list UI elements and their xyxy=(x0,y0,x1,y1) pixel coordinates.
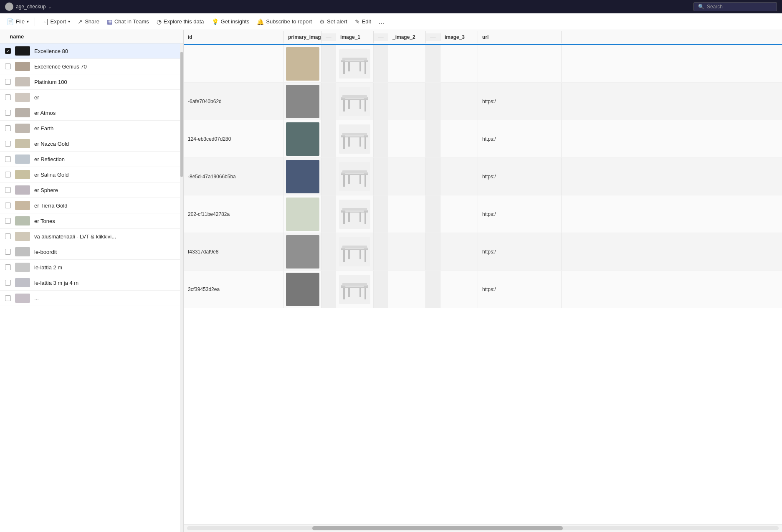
search-icon: 🔍 xyxy=(698,4,704,10)
list-item[interactable]: le-boordit xyxy=(0,244,180,260)
chat-teams-button[interactable]: ▦ Chat in Teams xyxy=(104,16,152,27)
list-item[interactable]: Excellence Genius 70 xyxy=(0,59,180,74)
cell-primary-image xyxy=(284,158,321,195)
list-item[interactable]: er xyxy=(0,90,180,105)
cell-image1 xyxy=(336,83,374,120)
list-item-checkbox[interactable] xyxy=(5,172,11,177)
cell-image2 xyxy=(388,195,426,233)
list-item-checkbox[interactable] xyxy=(5,280,11,286)
more-options-button[interactable]: ... xyxy=(375,16,387,27)
list-item[interactable]: er Tones xyxy=(0,213,180,229)
cell-url: https:/ xyxy=(478,83,562,120)
export-button[interactable]: →| Export ▾ xyxy=(38,16,73,27)
insights-icon: 💡 xyxy=(212,18,219,25)
svg-rect-44 xyxy=(348,250,350,259)
list-item[interactable]: er Salina Gold xyxy=(0,167,180,182)
table-row[interactable]: f43317daf9e8 https:/ xyxy=(184,233,782,271)
list-item-label: er xyxy=(34,94,175,101)
table-row[interactable]: 202-cf11be42782a https:/ xyxy=(184,195,782,233)
cell-image2 xyxy=(388,158,426,195)
col-gap3-pill xyxy=(430,37,436,38)
list-item[interactable]: er Nazca Gold xyxy=(0,136,180,152)
svg-rect-39 xyxy=(342,208,367,210)
table-row[interactable]: -6afe7040b62d https:/ xyxy=(184,83,782,120)
list-item-checkbox[interactable] xyxy=(5,110,11,116)
share-button[interactable]: ↗ Share xyxy=(74,16,103,27)
cell-url: https:/ xyxy=(478,233,562,270)
list-item[interactable]: er Sphere xyxy=(0,182,180,198)
list-item[interactable]: va alusmateriaali - LVT & klikkivi... xyxy=(0,229,180,244)
list-item-swatch xyxy=(15,170,30,179)
list-item-checkbox[interactable] xyxy=(5,203,11,208)
list-item-checkbox[interactable] xyxy=(5,187,11,193)
table-row[interactable]: 124-eb3ced07d280 https:/ xyxy=(184,120,782,158)
list-item[interactable]: le-lattia 2 m xyxy=(0,260,180,275)
subscribe-button[interactable]: 🔔 Subscribe to report xyxy=(253,16,315,27)
list-item-label: Excellence 80 xyxy=(34,48,175,54)
list-item[interactable]: er Atmos xyxy=(0,105,180,121)
list-item-checkbox[interactable]: ✓ xyxy=(5,48,11,54)
explore-data-label: Explore this data xyxy=(164,18,204,25)
color-swatch xyxy=(286,273,319,306)
list-item-swatch xyxy=(15,201,30,210)
col-header-gap1 xyxy=(321,33,336,41)
get-insights-label: Get insights xyxy=(221,18,250,25)
cell-image1 xyxy=(336,158,374,195)
chat-teams-label: Chat in Teams xyxy=(114,18,149,25)
file-button[interactable]: 📄 File ▾ xyxy=(3,16,32,27)
table-row[interactable]: 3cf39453d2ea https:/ xyxy=(184,271,782,308)
file-label: File xyxy=(16,18,25,25)
cell-gap2 xyxy=(374,195,388,233)
cell-image3 xyxy=(440,45,478,82)
list-item-checkbox[interactable] xyxy=(5,264,11,270)
cell-id xyxy=(184,45,284,82)
search-bar[interactable]: 🔍 Search xyxy=(693,2,777,11)
list-item-checkbox[interactable] xyxy=(5,218,11,224)
explore-data-button[interactable]: ◔ Explore this data xyxy=(153,16,208,27)
list-item-checkbox[interactable] xyxy=(5,295,11,301)
grid-body[interactable]: -6afe7040b62d https:/124-eb3ced07d280 ht… xyxy=(184,45,782,524)
edit-button[interactable]: ✎ Edit xyxy=(352,16,375,27)
list-item[interactable]: le-lattia 3 m ja 4 m xyxy=(0,275,180,291)
list-item-checkbox[interactable] xyxy=(5,94,11,100)
list-item[interactable]: ... xyxy=(0,291,180,306)
col-header-image2: _image_2 xyxy=(388,31,426,43)
list-item-checkbox[interactable] xyxy=(5,156,11,162)
horizontal-scrollbar-track[interactable] xyxy=(184,524,782,532)
list-item-label: er Tones xyxy=(34,218,175,224)
svg-rect-45 xyxy=(359,250,361,259)
get-insights-button[interactable]: 💡 Get insights xyxy=(208,16,253,27)
left-panel: _name ✓Excellence 80Excellence Genius 70… xyxy=(0,30,184,532)
cell-primary-image xyxy=(284,83,321,120)
color-swatch xyxy=(286,198,319,231)
svg-rect-36 xyxy=(348,213,350,222)
list-item-checkbox[interactable] xyxy=(5,141,11,147)
col-header-image3: image_3 xyxy=(440,31,478,43)
table-row[interactable] xyxy=(184,45,782,83)
cell-image3 xyxy=(440,83,478,120)
list-item-checkbox[interactable] xyxy=(5,125,11,131)
list-item-label: le-boordit xyxy=(34,249,175,255)
app-chevron-icon[interactable]: ⌄ xyxy=(48,5,51,9)
list-item-checkbox[interactable] xyxy=(5,79,11,85)
list-item[interactable]: er Earth xyxy=(0,121,180,136)
svg-rect-21 xyxy=(359,137,361,147)
filter-list: ✓Excellence 80Excellence Genius 70Platin… xyxy=(0,43,180,532)
list-item[interactable]: ✓Excellence 80 xyxy=(0,43,180,59)
product-thumbnail xyxy=(339,200,370,229)
cell-primary-image xyxy=(284,45,321,82)
list-item-checkbox[interactable] xyxy=(5,233,11,239)
col-primary-label: primary_image xyxy=(288,34,321,40)
svg-rect-47 xyxy=(342,246,367,248)
set-alert-button[interactable]: ⚙ Set alert xyxy=(316,16,350,27)
table-row[interactable]: -8e5d-47a19066b5ba https:/ xyxy=(184,158,782,195)
list-item-checkbox[interactable] xyxy=(5,249,11,255)
list-item[interactable]: er Tierra Gold xyxy=(0,198,180,213)
list-item[interactable]: er Reflection xyxy=(0,152,180,167)
list-item-checkbox[interactable] xyxy=(5,63,11,69)
vertical-scrollbar[interactable] xyxy=(180,43,183,532)
list-item-label: Platinium 100 xyxy=(34,79,175,85)
list-item[interactable]: Platinium 100 xyxy=(0,74,180,90)
svg-rect-18 xyxy=(343,137,345,149)
list-item-swatch xyxy=(15,263,30,272)
